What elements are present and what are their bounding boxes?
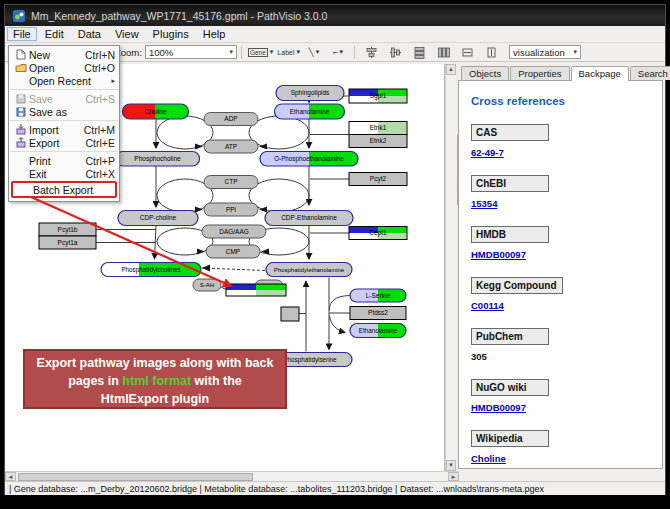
xref-value: 305 bbox=[471, 351, 662, 362]
file-menu-open-recent[interactable]: Open Recent ▸ bbox=[9, 74, 119, 87]
node-label: Choline bbox=[144, 108, 166, 115]
file-menu-save-as[interactable]: Save as bbox=[9, 105, 119, 118]
align-center-icon bbox=[365, 46, 378, 59]
menu-separator bbox=[10, 89, 118, 90]
node-sphingolipids: Sphingolipids bbox=[276, 86, 344, 101]
section-header-hmdb: HMDB bbox=[471, 226, 549, 243]
xref-link[interactable]: HMDB00097 bbox=[471, 402, 526, 413]
file-menu-save[interactable]: Save Ctrl+S bbox=[9, 92, 119, 105]
gene-node-hidden-small bbox=[281, 307, 299, 321]
canvas-vertical-scrollbar[interactable]: ▲ ▼ bbox=[445, 64, 456, 471]
xref-link[interactable]: 62-49-7 bbox=[471, 147, 504, 158]
node-phosphocholine: Phosphocholine bbox=[116, 152, 200, 167]
file-menu-import[interactable]: Import Ctrl+M bbox=[9, 123, 119, 136]
menu-edit[interactable]: Edit bbox=[39, 27, 70, 41]
file-menu: New Ctrl+N Open Ctrl+O Open Recent ▸ Sav… bbox=[8, 45, 120, 202]
gene-node-etnk2: Etnk2 bbox=[349, 135, 407, 148]
section-header-cas: CAS bbox=[471, 124, 549, 141]
node-label: Phosphatidylethanolamine bbox=[274, 267, 345, 273]
visualization-value: visualization bbox=[513, 47, 565, 58]
xref-link[interactable]: C00114 bbox=[471, 300, 504, 311]
file-menu-open[interactable]: Open Ctrl+O bbox=[9, 61, 119, 74]
menu-view[interactable]: View bbox=[109, 27, 145, 41]
status-bar: | Gene database: ...m_Derby_20120602.bri… bbox=[5, 481, 665, 495]
match-height-button[interactable] bbox=[480, 45, 502, 60]
scroll-down-icon[interactable]: ▼ bbox=[446, 460, 456, 471]
backpage-section: NuGO wiki HMDB00097 bbox=[471, 377, 662, 413]
node-label: Pcyt1b bbox=[58, 226, 78, 234]
file-menu-export[interactable]: Export Ctrl+E bbox=[9, 136, 119, 149]
label-tool-button[interactable]: Label ▾ bbox=[276, 45, 301, 60]
visualization-combobox[interactable]: visualization ▾ bbox=[509, 45, 581, 59]
stack-horizontal-button[interactable] bbox=[432, 45, 454, 60]
align-middle-icon bbox=[389, 46, 402, 59]
node-ethanolamine: Ethanolamine bbox=[275, 104, 345, 119]
file-menu-batch-export[interactable]: Batch Export bbox=[11, 181, 117, 198]
stack-horizontal-icon bbox=[437, 46, 450, 59]
align-middle-button[interactable] bbox=[384, 45, 406, 60]
menu-file[interactable]: File bbox=[7, 27, 37, 41]
node-label: DAG/AAG bbox=[219, 228, 249, 235]
backpage-section: CAS 62-49-7 bbox=[471, 122, 662, 158]
file-menu-print[interactable]: Print Ctrl+P bbox=[9, 154, 119, 167]
annotation-line1: Export pathway images along with back bbox=[37, 356, 274, 370]
tab-objects[interactable]: Objects bbox=[461, 66, 509, 80]
tab-search[interactable]: Search bbox=[630, 66, 670, 80]
tab-backpage[interactable]: Backpage bbox=[571, 66, 629, 81]
menu-help[interactable]: Help bbox=[197, 27, 232, 41]
horizontal-scroll-thumb[interactable] bbox=[18, 473, 253, 481]
submenu-arrow-icon: ▸ bbox=[111, 77, 115, 85]
scroll-up-icon[interactable]: ▲ bbox=[446, 64, 456, 75]
app-window: Mm_Kennedy_pathway_WP1771_45176.gpml - P… bbox=[4, 4, 666, 495]
menu-separator bbox=[10, 151, 118, 152]
node-phosphatidylcholines: Phosphatidylcholines bbox=[101, 263, 201, 277]
align-center-button[interactable] bbox=[360, 45, 382, 60]
file-menu-new[interactable]: New Ctrl+N bbox=[9, 48, 119, 61]
node-label: Pcyt2 bbox=[370, 175, 387, 183]
menu-plugins[interactable]: Plugins bbox=[147, 27, 195, 41]
scroll-right-icon[interactable]: ► bbox=[448, 472, 459, 481]
node-label: Phosphatidylserine bbox=[283, 356, 337, 364]
node-label: Etnk1 bbox=[370, 124, 387, 131]
datanode-tool-button[interactable]: Gene ▾ bbox=[247, 45, 274, 60]
backpage-section: Wikipedia Choline bbox=[471, 428, 662, 464]
node-ethanolamine-2: Ethanolamine bbox=[350, 324, 406, 338]
node-label: PPi bbox=[226, 206, 236, 213]
node-label: Phosphatidylcholines bbox=[121, 266, 180, 274]
node-phosphatidylethanolamine: Phosphatidylethanolamine bbox=[266, 263, 352, 277]
connector-tool-icon: ⌐ bbox=[333, 48, 338, 57]
match-width-button[interactable] bbox=[456, 45, 478, 60]
new-file-icon bbox=[12, 49, 29, 60]
node-label: O-Phosphoethanolamine bbox=[274, 155, 344, 163]
gene-node-sgpl1: Sgpl1 bbox=[349, 89, 407, 103]
xref-link[interactable]: 15354 bbox=[471, 198, 497, 209]
chevron-down-icon: ▾ bbox=[270, 48, 274, 56]
zoom-value: 100% bbox=[149, 47, 173, 58]
section-header-wikipedia: Wikipedia bbox=[471, 430, 549, 447]
section-header-kegg: Kegg Compound bbox=[471, 277, 563, 294]
export-icon bbox=[12, 137, 29, 148]
node-label: Sphingolipids bbox=[291, 89, 330, 97]
chevron-down-icon: ▾ bbox=[574, 48, 578, 56]
scroll-left-icon[interactable]: ◄ bbox=[5, 472, 16, 481]
save-icon bbox=[12, 94, 29, 104]
window-title: Mm_Kennedy_pathway_WP1771_45176.gpml - P… bbox=[31, 10, 327, 22]
line-tool-icon: ╲ bbox=[309, 48, 314, 57]
node-l-serine: L-Serine bbox=[350, 289, 406, 302]
xref-link[interactable]: Choline bbox=[471, 453, 506, 464]
line-tool-button[interactable]: ╲ ▾ bbox=[303, 45, 325, 60]
xref-link[interactable]: HMDB00097 bbox=[471, 249, 526, 260]
tab-properties[interactable]: Properties bbox=[510, 66, 569, 80]
menu-data[interactable]: Data bbox=[72, 27, 107, 41]
node-label: L-Serine bbox=[366, 292, 391, 299]
backpage-panel: Cross references CAS 62-49-7 ChEBI 15354… bbox=[458, 80, 663, 469]
zoom-combobox[interactable]: 100% ▾ bbox=[145, 45, 237, 59]
connector-tool-button[interactable]: ⌐ ▾ bbox=[327, 45, 349, 60]
file-menu-exit[interactable]: Exit Ctrl+X bbox=[9, 167, 119, 180]
open-folder-icon bbox=[12, 63, 29, 73]
stack-vertical-button[interactable] bbox=[408, 45, 430, 60]
canvas-horizontal-scrollbar[interactable]: ◄ ► bbox=[5, 471, 459, 481]
backpage-section: HMDB HMDB00097 bbox=[471, 224, 662, 260]
gene-node-partially-hidden bbox=[226, 284, 286, 296]
annotation-line2-post: with the bbox=[191, 374, 242, 388]
